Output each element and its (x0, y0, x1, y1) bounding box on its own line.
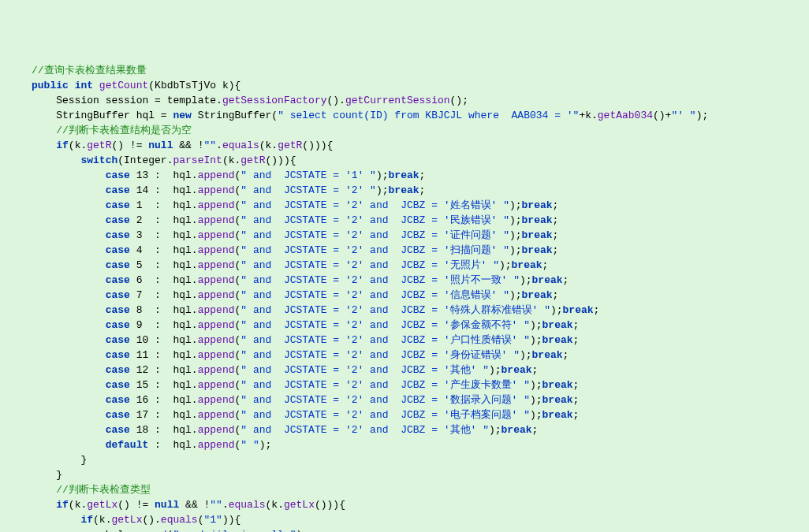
code-block: //查询卡表检查结果数量public int getCount(KbdbTsTj… (0, 63, 809, 532)
